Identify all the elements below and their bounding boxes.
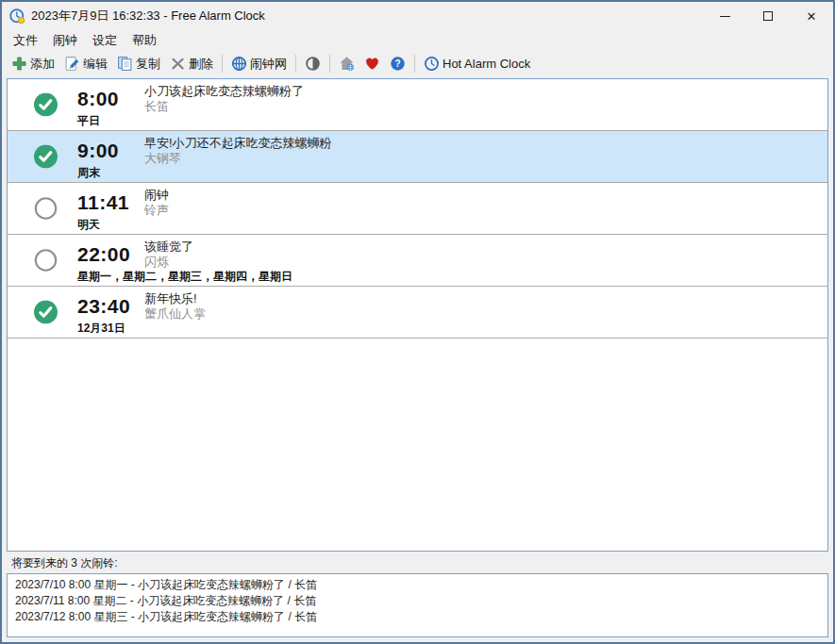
alarm-enabled-checkbox[interactable]	[34, 145, 58, 169]
alarm-web-label: 闹钟网	[250, 56, 287, 73]
svg-text:?: ?	[394, 58, 400, 69]
alarm-row-5[interactable]: 23:40 12月31日 新年快乐! 蟹爪仙人掌	[8, 287, 827, 339]
add-alarm-button[interactable]: 添加	[7, 54, 59, 74]
alarm-time: 8:00	[77, 88, 119, 110]
minimize-button[interactable]	[703, 2, 746, 30]
alarm-disabled-checkbox[interactable]	[34, 249, 58, 272]
maximize-button[interactable]	[746, 2, 790, 30]
copy-pages-icon	[117, 56, 133, 72]
alarm-list: 8:00 平日 小刀该起床吃变态辣螺蛳粉了 长笛 9:00 周末 早安!小刀还不…	[7, 78, 828, 552]
delete-alarm-button[interactable]: 删除	[165, 54, 218, 74]
upcoming-alarm-item: 2023/7/10 8:00 星期一 - 小刀该起床吃变态辣螺蛳粉了 / 长笛	[15, 577, 820, 593]
close-button[interactable]: ✕	[790, 2, 833, 30]
alarm-disabled-checkbox[interactable]	[34, 197, 58, 221]
window-controls: ✕	[703, 2, 833, 30]
menubar: 文件 闹钟 设定 帮助	[2, 30, 833, 51]
alarm-row-3[interactable]: 11:41 明天 闹钟 铃声	[8, 183, 827, 235]
window-title: 2023年7月9日 16:32:33 - Free Alarm Clock	[31, 8, 265, 25]
toolbar-separator	[222, 55, 223, 73]
menu-settings[interactable]: 设定	[85, 30, 125, 51]
menu-file[interactable]: 文件	[6, 30, 45, 51]
edit-alarm-button[interactable]: 编辑	[59, 54, 112, 74]
plus-icon	[11, 56, 27, 72]
alarm-time: 23:40	[77, 295, 130, 318]
menu-help[interactable]: 帮助	[125, 30, 164, 51]
alarm-days: 明天	[77, 217, 100, 233]
hot-alarm-clock-label: Hot Alarm Clock	[443, 57, 530, 71]
home-page-button[interactable]	[334, 54, 359, 74]
toolbar-separator	[414, 55, 415, 73]
home-icon	[339, 56, 355, 72]
toolbar: 添加 编辑 复制 删除	[2, 51, 833, 76]
alarm-sound: 大钢琴	[144, 150, 181, 167]
help-button[interactable]: ?	[385, 54, 410, 74]
heart-icon	[364, 56, 380, 72]
copy-alarm-button[interactable]: 复制	[112, 54, 165, 74]
add-alarm-label: 添加	[30, 56, 55, 73]
alarm-days: 平日	[77, 113, 100, 129]
alarm-sound: 铃声	[144, 202, 169, 219]
edit-pencil-icon	[64, 56, 80, 72]
delete-alarm-label: 删除	[189, 56, 213, 73]
minimize-icon	[720, 16, 730, 17]
alarm-days: 12月31日	[77, 321, 125, 337]
toolbar-separator	[295, 55, 296, 73]
alarm-row-4[interactable]: 22:00 星期一，星期二，星期三，星期四，星期日 该睡觉了 闪烁	[8, 235, 827, 287]
alarm-enabled-checkbox[interactable]	[34, 301, 58, 324]
alarm-row-1[interactable]: 8:00 平日 小刀该起床吃变态辣螺蛳粉了 长笛	[8, 79, 827, 131]
upcoming-alarms-panel: 2023/7/10 8:00 星期一 - 小刀该起床吃变态辣螺蛳粉了 / 长笛 …	[7, 573, 828, 637]
alarm-sound: 蟹爪仙人掌	[144, 305, 206, 322]
delete-x-icon	[170, 56, 186, 72]
upcoming-alarm-item: 2023/7/12 8:00 星期三 - 小刀该起床吃变态辣螺蛳粉了 / 长笛	[15, 609, 820, 625]
contrast-button[interactable]	[300, 54, 326, 74]
hot-alarm-clock-button[interactable]: Hot Alarm Clock	[419, 54, 535, 74]
alarm-sound: 闪烁	[144, 254, 169, 271]
hot-alarm-clock-icon	[424, 56, 440, 72]
alarm-days: 星期一，星期二，星期三，星期四，星期日	[77, 269, 292, 285]
contrast-icon	[305, 56, 321, 72]
upcoming-alarms-header: 将要到来的 3 次闹铃:	[2, 552, 833, 573]
toolbar-separator	[329, 55, 330, 73]
menu-alarm[interactable]: 闹钟	[45, 30, 85, 51]
titlebar: 2023年7月9日 16:32:33 - Free Alarm Clock ✕	[2, 2, 833, 30]
help-icon: ?	[390, 56, 406, 72]
globe-icon	[231, 56, 247, 72]
alarm-web-button[interactable]: 闹钟网	[226, 54, 292, 74]
free-alarm-clock-window: 2023年7月9日 16:32:33 - Free Alarm Clock ✕ …	[0, 0, 835, 644]
close-icon: ✕	[807, 10, 817, 23]
upcoming-alarm-item: 2023/7/11 8:00 星期二 - 小刀该起床吃变态辣螺蛳粉了 / 长笛	[15, 593, 820, 609]
alarm-enabled-checkbox[interactable]	[34, 93, 58, 117]
alarm-time: 9:00	[77, 140, 119, 162]
alarm-time: 22:00	[77, 243, 130, 266]
alarm-time: 11:41	[77, 191, 129, 214]
donate-button[interactable]	[359, 54, 385, 74]
app-clock-icon	[9, 8, 25, 25]
maximize-icon	[763, 11, 773, 21]
edit-alarm-label: 编辑	[83, 56, 108, 73]
alarm-row-2[interactable]: 9:00 周末 早安!小刀还不起床吃变态辣螺蛳粉 大钢琴	[8, 131, 827, 183]
alarm-days: 周末	[77, 165, 100, 181]
copy-alarm-label: 复制	[136, 56, 160, 73]
alarm-sound: 长笛	[144, 98, 169, 115]
